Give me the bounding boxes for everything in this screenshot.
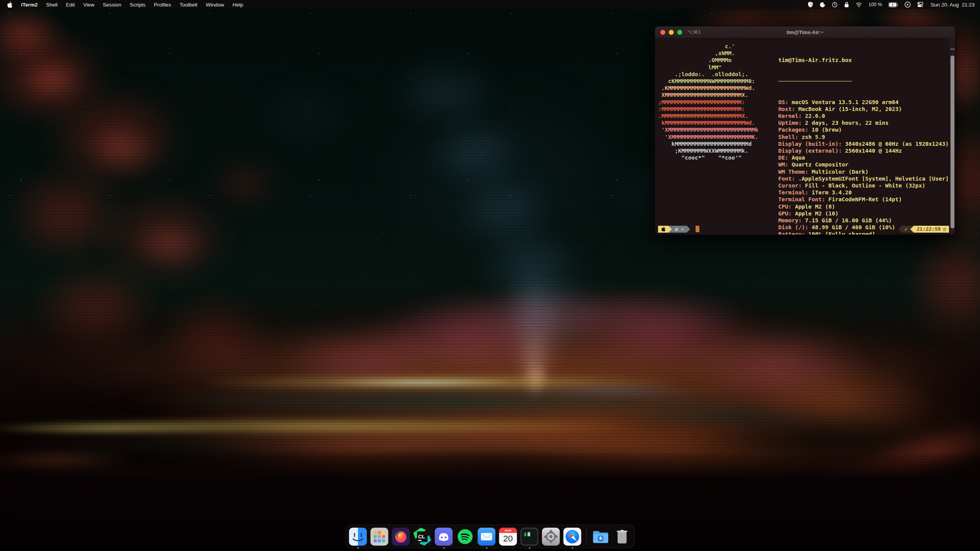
- firefox-icon[interactable]: [392, 528, 410, 546]
- info-row: Kernel: 22.6.0: [778, 112, 949, 119]
- spotify-icon[interactable]: [456, 528, 474, 546]
- prompt-os-segment: [658, 226, 668, 233]
- powerline-arrow-left-2: [910, 226, 914, 233]
- svg-text:$: $: [524, 531, 527, 537]
- apple-menu-icon[interactable]: [0, 2, 17, 8]
- dock-separator: [586, 528, 587, 545]
- mail-icon[interactable]: [478, 528, 496, 546]
- shield-icon[interactable]: [808, 2, 813, 8]
- info-row: OS: macOS Ventura 13.5.1 22G90 arm64: [778, 99, 949, 106]
- wifi-icon[interactable]: [856, 2, 862, 7]
- powerline-arrow: [668, 226, 672, 233]
- info-row: Display (built-in): 3840x2486 @ 60Hz (as…: [778, 140, 949, 147]
- menu-profiles[interactable]: Profiles: [150, 2, 175, 8]
- info-row: Cursor: Fill - Black, Outline - White (3…: [778, 182, 949, 189]
- finder-icon[interactable]: [349, 528, 367, 546]
- home-icon: ⌂: [675, 226, 678, 232]
- prompt-time: 21:22:59: [917, 226, 941, 233]
- terminal-cursor: [696, 226, 699, 232]
- ascii-line: .KMMMMMMMMMMMMMMMMMMMMMMMWd.: [658, 85, 758, 91]
- launchpad-icon[interactable]: [371, 528, 389, 546]
- menu-bar: iTerm2 ShellEditViewSessionScriptsProfil…: [0, 0, 980, 9]
- play-circle-icon[interactable]: [905, 2, 911, 8]
- menu-view[interactable]: View: [79, 2, 99, 8]
- safari-icon[interactable]: [564, 528, 581, 546]
- menubar-app-name[interactable]: iTerm2: [17, 2, 42, 8]
- neofetch-user-host: tim@Tims-Air.fritz.box: [778, 57, 949, 64]
- info-row: Display (external): 980x551 @ 144Hz: [778, 147, 949, 154]
- menu-shell[interactable]: Shell: [42, 2, 62, 8]
- control-center-icon[interactable]: [917, 2, 923, 7]
- calendar-icon[interactable]: AUG20: [499, 528, 517, 546]
- menubar-status-area: 100 % Sun 20. Aug 21:23: [808, 2, 980, 8]
- info-row: Host: MacBook Air (15-inch, M2, 2023): [778, 106, 949, 112]
- neofetch-info: tim@Tims-Air.fritz.box ─────────────────…: [778, 43, 949, 235]
- scrollbar-thumb[interactable]: [951, 55, 954, 228]
- lock-icon[interactable]: [844, 2, 849, 8]
- svg-text:20: 20: [503, 534, 513, 543]
- downloads-icon[interactable]: [592, 528, 610, 546]
- checkmark-icon: ✔: [905, 226, 907, 233]
- iterm-icon[interactable]: $: [521, 528, 539, 546]
- svg-text:AUG: AUG: [505, 529, 511, 532]
- battery-icon[interactable]: [889, 2, 898, 7]
- ascii-line: .;loddo:. .olloddol;.: [658, 71, 758, 78]
- running-indicator: [443, 547, 444, 549]
- info-row: GPU: Apple M2 (10): [778, 210, 949, 217]
- svg-text:CL: CL: [418, 534, 425, 540]
- window-titlebar[interactable]: ⌥⌘1 tim@Tims-Air:~: [655, 26, 955, 38]
- neofetch-ascii-logo: c.' ,xNMM. .OMMMMo lMM" .;loddo:. .ollod…: [658, 43, 758, 161]
- neofetch-separator: ──────────────────────: [778, 78, 949, 85]
- info-row: Memory: 7.15 GiB / 16.00 GiB (44%): [778, 217, 949, 224]
- menu-help[interactable]: Help: [228, 2, 247, 8]
- iterm2-window[interactable]: ⌥⌘1 tim@Tims-Air:~ c.' ,xNMM. .OMMMMo lM…: [655, 26, 956, 235]
- pear-icon[interactable]: [820, 2, 825, 8]
- powerline-arrow-end: [687, 226, 690, 233]
- discord-icon[interactable]: [435, 528, 453, 546]
- info-row: DE: Aqua: [778, 154, 949, 161]
- ascii-line: c.': [658, 43, 758, 50]
- clock-icon: ◷: [943, 226, 946, 233]
- running-indicator: [357, 547, 359, 549]
- menu-scripts[interactable]: Scripts: [126, 2, 150, 8]
- ascii-line: kMMMMMMMMMMMMMMMMMMMMMMd: [658, 140, 758, 147]
- info-row: WM Theme: Multicolor (Dark): [778, 168, 949, 175]
- info-row: CPU: Apple M2 (8): [778, 203, 949, 210]
- prompt-path: ~: [681, 226, 684, 232]
- info-row: Terminal: iTerm 3.4.20: [778, 189, 949, 196]
- clion-icon[interactable]: CL: [413, 528, 431, 546]
- neofetch-info-rows: OS: macOS Ventura 13.5.1 22G90 arm64Host…: [778, 99, 949, 235]
- trash-icon[interactable]: [613, 528, 631, 546]
- ascii-line: XMMMMMMMMMMMMMMMMMMMMMMMX.: [658, 91, 758, 98]
- running-indicator: [572, 547, 573, 549]
- window-title: tim@Tims-Air:~: [655, 29, 955, 35]
- info-row: Uptime: 2 days, 23 hours, 22 mins: [778, 119, 949, 126]
- ascii-line: 'XMMMMMMMMMMMMMMMMMMMMMMMMMMk: [658, 126, 758, 133]
- menu-edit[interactable]: Edit: [62, 2, 79, 8]
- info-row: WM: Quartz Compositor: [778, 161, 949, 168]
- running-indicator: [529, 547, 530, 549]
- ascii-line: cKMMMMMMMMMMNWMMMMMMMMMM0:: [658, 78, 758, 85]
- settings-icon[interactable]: [542, 528, 560, 546]
- ascii-line: kMMMMMMMMMMMMMMMMMMMMMMMMWd.: [658, 119, 758, 126]
- menubar-menus: ShellEditViewSessionScriptsProfilesToolb…: [42, 2, 247, 8]
- menu-toolbelt[interactable]: Toolbelt: [175, 2, 202, 8]
- powerline-arrow-left: [898, 226, 902, 233]
- prompt-clock-segment: 21:22:59◷: [914, 226, 949, 233]
- running-indicator: [486, 547, 487, 549]
- battery-percent-label: 100 %: [869, 2, 882, 7]
- menubar-status-icons: [808, 2, 862, 8]
- time-machine-icon[interactable]: [832, 2, 838, 8]
- ascii-line: lMM": [658, 64, 758, 71]
- terminal-content[interactable]: c.' ,xNMM. .OMMMMo lMM" .;loddo:. .ollod…: [655, 38, 955, 235]
- ascii-line: ,xNMM.: [658, 50, 758, 57]
- ascii-line: "cooc*" "*coo'": [658, 154, 758, 161]
- info-row: Terminal Font: FiraCodeNFM-Ret (14pt): [778, 196, 949, 203]
- menu-session[interactable]: Session: [99, 2, 126, 8]
- info-row: Font: .AppleSystemUIFont [System], Helve…: [778, 175, 949, 182]
- exit-status-ok: ✔: [902, 226, 910, 233]
- ascii-line: ;KMMMMMMMWXXWMMMMMMMk.: [658, 147, 758, 154]
- menu-window[interactable]: Window: [201, 2, 228, 8]
- shell-prompt: ⌂ ~ ✔ 21:22:59◷: [658, 226, 949, 233]
- menubar-clock[interactable]: Sun 20. Aug 21:23: [931, 2, 975, 8]
